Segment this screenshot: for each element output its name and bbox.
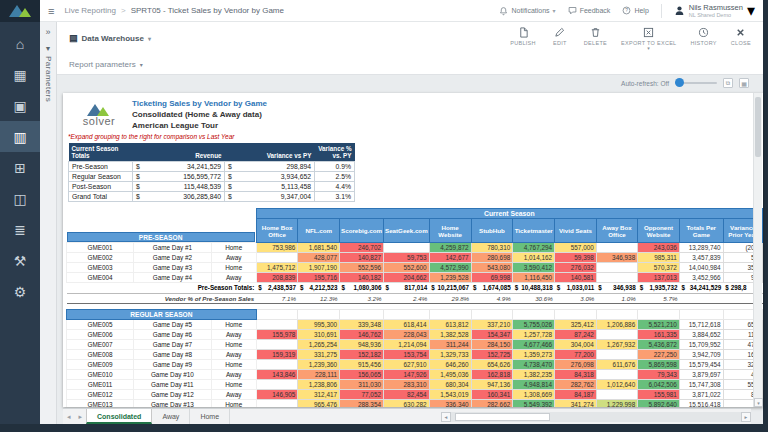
game-location: Away: [211, 390, 256, 400]
grid-cell: 3,942,709: [679, 350, 723, 360]
hscroll-thumb[interactable]: [455, 413, 550, 421]
grid-cell: 143,846: [256, 370, 298, 380]
grid-cell: 947,136: [471, 380, 513, 390]
report-parameters-dropdown[interactable]: Report parameters ▾: [57, 54, 763, 74]
game-id: GME009: [67, 360, 134, 370]
grid-cell: 1,239,528: [429, 273, 471, 283]
grid-cell: 4,677,466: [513, 340, 555, 350]
game-id: GME001: [67, 243, 134, 253]
history-button[interactable]: HISTORY: [690, 27, 716, 50]
sidebar-item-reports reports-icon[interactable]: ▥: [0, 121, 40, 152]
parameters-panel-collapsed[interactable]: » ▼ Parameters: [40, 22, 57, 424]
game-location: Away: [211, 350, 256, 360]
grid-cell: [596, 243, 637, 253]
sidebar-item-data data-icon[interactable]: ≣: [0, 214, 40, 245]
grid-cell: 282,762: [555, 380, 597, 390]
grid-cell: 283,310: [384, 380, 430, 390]
auto-refresh-toggle[interactable]: [675, 79, 717, 87]
grid-cell: [596, 350, 637, 360]
expand-panel-icon[interactable]: »: [45, 27, 50, 37]
user-menu[interactable]: Nils Rasmussen NL Shared Demo ▾: [674, 1, 755, 20]
user-org: NL Shared Demo: [689, 12, 743, 18]
solver-logo-icon: [86, 103, 112, 116]
sidebar-item-home home-icon[interactable]: ⌂: [0, 28, 40, 59]
grid-cell: 948,936: [340, 340, 384, 350]
menu-icon[interactable]: ≡: [48, 5, 54, 17]
section-header-regular-season: REGULAR SEASON: [67, 310, 257, 320]
game-day: Game Day #4: [134, 273, 212, 283]
grid-cell: 3,871,022: [679, 390, 723, 400]
grid-cell: 4,767,294: [513, 243, 555, 253]
vendor-column-header: Home Box Office: [256, 219, 298, 243]
section-header-preseason: PRE-SEASON: [67, 232, 255, 242]
user-avatar-icon: [674, 5, 685, 16]
vscroll-thumb[interactable]: [755, 97, 761, 157]
season-totals-row: Grand Total$306,285,840$9,347,0043.1%: [69, 192, 355, 202]
grid-cell: 5,755,026: [513, 320, 555, 330]
feedback-button[interactable]: Feedback: [568, 6, 611, 15]
sheet-tab-away[interactable]: Away: [152, 409, 190, 424]
sidebar-item-collaboration collaboration-icon[interactable]: ◫: [0, 183, 40, 214]
grid-cell: 246,702: [340, 243, 384, 253]
season-value: $34,241,529: [133, 162, 225, 172]
grid-cell: 646,260: [429, 360, 471, 370]
delete-button[interactable]: DELETE: [584, 27, 607, 50]
grid-cell: 146,762: [340, 330, 384, 340]
close-icon: [735, 27, 746, 38]
hscroll-track[interactable]: [451, 412, 741, 422]
breadcrumb-root[interactable]: Live Reporting: [64, 6, 116, 15]
season-value: $156,595,772: [133, 172, 225, 182]
game-id: GME011: [67, 380, 134, 390]
close-button[interactable]: CLOSE: [731, 27, 751, 50]
notifications-button[interactable]: Notifications ▾: [499, 6, 555, 16]
grid-cell: [596, 370, 637, 380]
sidebar-item-budgeting budgeting-icon[interactable]: ⊞: [0, 152, 40, 183]
grid-cell: 552,596: [340, 263, 384, 273]
chevron-down-icon: ▾: [553, 7, 556, 14]
sidebar-item-dashboards dashboards-icon[interactable]: ▦: [0, 59, 40, 90]
game-row: GME011Game Day #11Home1,238,806311,03028…: [67, 380, 763, 390]
export-to-excel-button[interactable]: EXPORT TO EXCEL▾: [621, 27, 676, 50]
grid-cell: 243,036: [638, 243, 680, 253]
layout-grid-icon[interactable]: ▦: [739, 78, 749, 88]
tab-scroll-right-icon[interactable]: ▸: [75, 413, 87, 421]
report-subtitle-2: American League Tour: [132, 120, 267, 131]
scroll-right-icon[interactable]: ▸: [741, 412, 751, 422]
preseason-total-value: $4,212,523: [298, 283, 340, 294]
publish-button[interactable]: PUBLISH: [510, 27, 536, 50]
game-row: GME001Game Day #1Home753,9861,681,540246…: [67, 243, 763, 253]
data-source-dropdown[interactable]: ▤ Data Warehouse ▾: [69, 33, 151, 43]
game-location: Away: [211, 370, 256, 380]
season-value: $306,285,840: [133, 192, 225, 202]
history-clock-icon: [698, 27, 709, 38]
preseason-total-value: $1,033,011: [555, 283, 597, 294]
grid-cell: 552,600: [384, 263, 430, 273]
tab-scroll-left-icon[interactable]: ◂: [63, 413, 75, 421]
sidebar-item-assets assets-icon[interactable]: ▣: [0, 90, 40, 121]
scroll-left-icon[interactable]: ◂: [441, 412, 451, 422]
grid-cell: 310,691: [298, 330, 340, 340]
excel-icon: [643, 27, 654, 38]
report-logo: solver: [66, 103, 132, 126]
game-id: GME010: [67, 370, 134, 380]
vertical-scrollbar[interactable]: ▾: [753, 93, 762, 407]
scroll-down-icon[interactable]: ▾: [754, 398, 763, 407]
popout-icon[interactable]: ⧉: [723, 78, 733, 88]
help-button[interactable]: ? Help: [622, 6, 648, 15]
grid-cell: [596, 330, 637, 340]
vendor-pct-value: 4.9%: [471, 294, 513, 304]
vendor-pct-value: 3.0%: [555, 294, 597, 304]
edit-button[interactable]: EDIT: [550, 27, 570, 50]
grid-cell: 346,938: [596, 253, 637, 263]
sheet-tab-home[interactable]: Home: [190, 409, 230, 424]
horizontal-scrollbar[interactable]: ◂ ▸: [441, 412, 751, 422]
sheet-tab-consolidated[interactable]: Consolidated: [86, 409, 152, 424]
grid-cell: 15,712,618: [679, 320, 723, 330]
solver-logo-text: solver: [83, 116, 115, 126]
sidebar-item-tools tools-icon[interactable]: ⚒: [0, 245, 40, 276]
game-location: Home: [211, 340, 256, 350]
vendor-pct-value: 5.7%: [638, 294, 680, 304]
sidebar-item-settings settings-icon[interactable]: ⚙: [0, 276, 40, 307]
preseason-total-value: $10,215,067: [429, 283, 471, 294]
season-pct: 4.4%: [315, 182, 355, 192]
